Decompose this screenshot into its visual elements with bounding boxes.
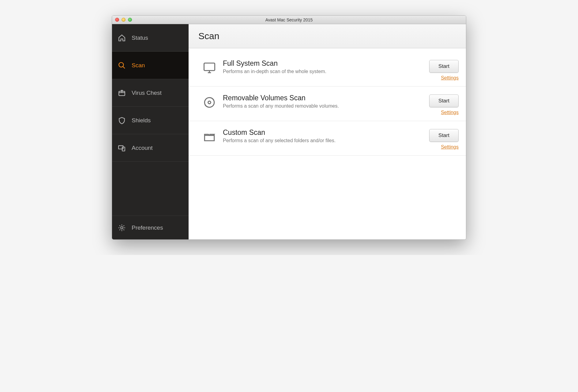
sidebar-item-label: Account (132, 145, 153, 151)
sidebar: Status Scan Virus Chest Shields (112, 24, 189, 239)
window-body: Status Scan Virus Chest Shields (112, 24, 466, 239)
scan-row-full-system: Full System Scan Performs an in-depth sc… (189, 52, 466, 87)
settings-link[interactable]: Settings (441, 110, 459, 115)
scan-text: Custom Scan Performs a scan of any selec… (218, 128, 429, 143)
sidebar-item-label: Shields (132, 117, 151, 124)
main-area: Scan Full System Scan Performs an in-dep… (189, 24, 466, 239)
devices-icon (118, 144, 126, 152)
scan-title: Custom Scan (223, 128, 429, 137)
sidebar-item-account[interactable]: Account (112, 134, 189, 162)
gear-icon (118, 224, 126, 232)
sidebar-item-virus-chest[interactable]: Virus Chest (112, 79, 189, 107)
page-header: Scan (189, 24, 466, 48)
shield-icon (118, 116, 126, 125)
sidebar-item-label: Status (132, 35, 148, 41)
scan-title: Removable Volumes Scan (223, 94, 429, 102)
svg-point-11 (208, 101, 211, 104)
sidebar-item-shields[interactable]: Shields (112, 107, 189, 134)
scan-row-custom: Custom Scan Performs a scan of any selec… (189, 121, 466, 156)
scan-actions: Start Settings (429, 94, 459, 115)
home-icon (118, 34, 126, 42)
start-button[interactable]: Start (429, 60, 459, 73)
close-window-button[interactable] (115, 18, 119, 22)
scan-description: Performs a scan of any mounted removable… (223, 103, 429, 109)
folder-icon (201, 128, 218, 146)
zoom-window-button[interactable] (128, 18, 132, 22)
sidebar-item-scan[interactable]: Scan (112, 52, 189, 79)
scan-list: Full System Scan Performs an in-depth sc… (189, 48, 466, 156)
scan-text: Removable Volumes Scan Performs a scan o… (218, 94, 429, 109)
scan-description: Performs an in-depth scan of the whole s… (223, 69, 429, 74)
sidebar-spacer (112, 162, 189, 216)
sidebar-item-label: Scan (132, 62, 145, 69)
svg-point-3 (122, 91, 122, 92)
scan-actions: Start Settings (429, 59, 459, 81)
scan-row-removable: Removable Volumes Scan Performs a scan o… (189, 87, 466, 121)
search-icon (118, 61, 126, 70)
svg-line-1 (123, 66, 125, 68)
sidebar-item-status[interactable]: Status (112, 24, 189, 52)
window-title: Avast Mac Security 2015 (112, 17, 466, 22)
titlebar: Avast Mac Security 2015 (112, 16, 466, 24)
scan-description: Performs a scan of any selected folders … (223, 138, 429, 143)
monitor-icon (201, 59, 218, 76)
app-window: Avast Mac Security 2015 Status Scan Vi (112, 15, 466, 240)
page-title: Scan (198, 31, 456, 41)
scan-title: Full System Scan (223, 59, 429, 68)
sidebar-item-label: Virus Chest (132, 90, 162, 96)
settings-link[interactable]: Settings (441, 75, 459, 81)
svg-rect-7 (204, 63, 215, 71)
settings-link[interactable]: Settings (441, 144, 459, 150)
start-button[interactable]: Start (429, 129, 459, 142)
start-button[interactable]: Start (429, 94, 459, 107)
scan-actions: Start Settings (429, 128, 459, 150)
sidebar-item-preferences[interactable]: Preferences (112, 216, 189, 239)
disc-icon (201, 94, 218, 111)
scan-text: Full System Scan Performs an in-depth sc… (218, 59, 429, 74)
traffic-lights (112, 18, 132, 22)
svg-point-6 (121, 227, 123, 229)
chest-icon (118, 89, 126, 97)
svg-point-0 (119, 62, 123, 67)
sidebar-footer-label: Preferences (132, 224, 163, 231)
minimize-window-button[interactable] (122, 18, 126, 22)
